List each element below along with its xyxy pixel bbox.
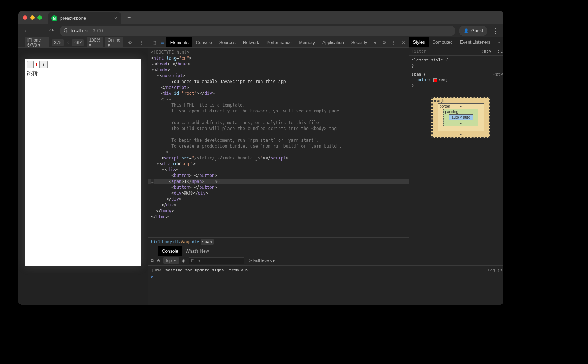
inspect-icon[interactable]: ⬚ (150, 40, 158, 45)
console-prompt[interactable]: > (151, 274, 154, 280)
profile-icon: 👤 (463, 28, 469, 33)
reload-button[interactable]: ⟳ (47, 27, 56, 34)
maximize-window-icon[interactable] (37, 15, 42, 20)
styles-tabs: Styles Computed Event Listeners » (409, 37, 503, 47)
device-height-input[interactable]: 667 (72, 39, 84, 46)
drawer-tab-whatsnew[interactable]: What's New (182, 246, 213, 256)
close-window-icon[interactable] (23, 15, 27, 20)
zoom-select[interactable]: 100% ▾ (87, 37, 103, 48)
log-levels-select[interactable]: Default levels ▾ (247, 258, 275, 263)
selected-node[interactable]: … <span>1</span> == $0 (148, 179, 409, 184)
url-path: :3000 (92, 28, 103, 33)
tab-computed[interactable]: Computed (429, 37, 456, 47)
tab-sources[interactable]: Sources (216, 37, 239, 47)
dom-tree[interactable]: <!DOCTYPE html> <html lang="en"> ▸<head>… (148, 48, 409, 237)
styles-filter-input[interactable] (412, 49, 480, 54)
device-width-input[interactable]: 375 (52, 39, 64, 46)
breadcrumb-item-current[interactable]: span (201, 239, 214, 245)
devtools-menu-button[interactable]: ⋮ (389, 40, 398, 45)
drawer-close-button[interactable]: ✕ (502, 249, 503, 254)
box-model-content: auto × auto (449, 114, 473, 120)
drawer-tab-console[interactable]: Console (158, 246, 182, 256)
color-swatch-icon[interactable] (433, 78, 437, 82)
tab-network[interactable]: Network (239, 37, 263, 47)
rule-element-style: element.style { (412, 57, 503, 63)
browser-tab[interactable]: M preact-kbone ✕ (48, 12, 121, 24)
settings-icon[interactable]: ⚙ (379, 40, 389, 45)
favicon-icon: M (51, 15, 57, 21)
breadcrumb-item[interactable]: body (162, 239, 172, 244)
dom-doctype: <!DOCTYPE html> (151, 50, 189, 55)
back-button[interactable]: ← (22, 28, 31, 34)
console-message: [HMR] Waiting for update signal from WDS… (151, 267, 256, 274)
chrome-window: M preact-kbone ✕ + ← → ⟳ ⓘ localhost:300… (18, 11, 503, 305)
tab-title: preact-kbone (60, 16, 86, 21)
device-canvas: - 1 + 跳转 (18, 48, 148, 305)
tab-console[interactable]: Console (192, 37, 216, 47)
breadcrumb-item[interactable]: div (192, 239, 199, 244)
counter-row: - 1 + (27, 61, 139, 68)
forward-button[interactable]: → (35, 28, 43, 34)
tab-close-icon[interactable]: ✕ (114, 16, 118, 21)
url-input[interactable]: ⓘ localhost:3000 (60, 26, 455, 36)
devtools-tabs: ⬚ ▭ Elements Console Sources Network Per… (148, 37, 409, 48)
drawer-tabs: ⋮ Console What's New ✕ (148, 246, 503, 256)
styles-filter-bar: :hov .cls + (409, 47, 503, 56)
hov-toggle[interactable]: :hov (480, 49, 493, 54)
tab-security[interactable]: Security (348, 37, 371, 47)
throttle-select[interactable]: Online ▾ (105, 37, 123, 48)
console-output[interactable]: [HMR] Waiting for update signal from WDS… (148, 266, 503, 305)
box-model-widget[interactable]: margin ---- border ---- padding ---- aut… (431, 97, 490, 138)
tab-performance[interactable]: Performance (263, 37, 295, 47)
url-domain: localhost (71, 28, 89, 33)
increment-button[interactable]: + (39, 61, 47, 68)
live-expression-icon[interactable]: ◉ (182, 258, 186, 263)
site-info-icon[interactable]: ⓘ (64, 28, 68, 34)
clear-console-icon[interactable]: ⊘ (157, 258, 160, 263)
browser-menu-button[interactable]: ⋮ (491, 27, 500, 35)
tab-application[interactable]: Application (319, 37, 348, 47)
profile-label: Guest (471, 28, 483, 33)
cls-toggle[interactable]: .cls (493, 49, 503, 54)
drawer-menu-button[interactable]: ⋮ (150, 249, 158, 254)
device-toggle-icon[interactable]: ▭ (158, 40, 166, 45)
dom-breadcrumb: html body div#app div span (148, 237, 409, 246)
device-select[interactable]: iPhone 6/7/8 ▾ (25, 37, 49, 48)
rule-span: <style>span { (412, 72, 503, 77)
tab-styles[interactable]: Styles (409, 37, 429, 47)
tab-event-listeners[interactable]: Event Listeners (456, 37, 494, 47)
profile-chip[interactable]: 👤 Guest (459, 26, 487, 36)
console-filter-input[interactable] (189, 257, 244, 264)
styles-tabs-overflow[interactable]: » (494, 37, 503, 47)
console-sidebar-toggle-icon[interactable]: ⧉ (151, 258, 154, 263)
device-pane: iPhone 6/7/8 ▾ 375 × 667 100% ▾ Online ▾… (18, 37, 148, 305)
decrement-button[interactable]: - (27, 61, 34, 68)
new-tab-button[interactable]: + (127, 14, 131, 22)
devtools-close-button[interactable]: ✕ (398, 40, 409, 45)
viewport: iPhone 6/7/8 ▾ 375 × 667 100% ▾ Online ▾… (18, 37, 503, 305)
main-panel: ⬚ ▭ Elements Console Sources Network Per… (148, 37, 409, 246)
device-menu-button[interactable]: ⋮ (140, 40, 144, 45)
console-toolbar: ⧉ ⊘ top ▾ ◉ Default levels ▾ ⚙ (148, 256, 503, 266)
minimize-window-icon[interactable] (30, 15, 35, 20)
style-rules[interactable]: element.style { } <style>span { color: r… (409, 56, 503, 90)
tab-memory[interactable]: Memory (295, 37, 319, 47)
address-bar: ← → ⟳ ⓘ localhost:3000 👤 Guest ⋮ (18, 24, 503, 37)
rotate-icon[interactable]: ⟲ (126, 40, 134, 45)
rule-prop-color[interactable]: color: red; (412, 77, 503, 83)
device-toolbar: iPhone 6/7/8 ▾ 375 × 667 100% ▾ Online ▾… (18, 37, 148, 48)
tabs-overflow-button[interactable]: » (371, 40, 379, 45)
styles-sidebar: Styles Computed Event Listeners » :hov .… (409, 37, 503, 246)
traffic-lights (23, 15, 42, 20)
console-source-link[interactable]: log.js:24 (488, 267, 503, 274)
breadcrumb-item[interactable]: div#app (173, 239, 190, 244)
nav-label[interactable]: 跳转 (27, 70, 139, 77)
dimension-separator: × (67, 40, 69, 45)
devtools-upper: ⬚ ▭ Elements Console Sources Network Per… (148, 37, 503, 246)
breadcrumb-item[interactable]: html (151, 239, 161, 244)
context-select[interactable]: top ▾ (163, 257, 179, 264)
simulated-page[interactable]: - 1 + 跳转 (25, 59, 141, 266)
window-titlebar: M preact-kbone ✕ + (18, 11, 503, 24)
console-drawer: ⋮ Console What's New ✕ ⧉ ⊘ top ▾ ◉ Defau… (148, 246, 503, 305)
tab-elements[interactable]: Elements (166, 37, 192, 47)
